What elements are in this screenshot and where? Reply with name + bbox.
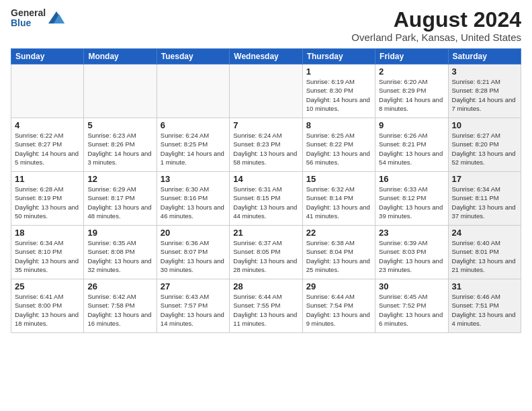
day-number: 22 [306,228,371,238]
day-number: 12 [87,174,152,184]
table-row: 30Sunrise: 6:45 AM Sunset: 7:52 PM Dayli… [375,279,448,333]
week-row-4: 18Sunrise: 6:34 AM Sunset: 8:10 PM Dayli… [11,226,521,279]
table-row: 28Sunrise: 6:44 AM Sunset: 7:55 PM Dayli… [230,279,302,333]
day-number: 8 [306,120,371,130]
day-number: 27 [161,281,226,291]
logo-blue: Blue [11,18,46,28]
table-row: 19Sunrise: 6:35 AM Sunset: 8:08 PM Dayli… [84,226,157,279]
day-number: 25 [15,281,80,291]
col-monday: Monday [84,49,157,64]
day-info: Sunrise: 6:29 AM Sunset: 8:17 PM Dayligh… [87,185,152,220]
day-info: Sunrise: 6:26 AM Sunset: 8:21 PM Dayligh… [379,131,444,167]
table-row: 9Sunrise: 6:26 AM Sunset: 8:21 PM Daylig… [375,118,448,172]
header: General Blue August 2024 Overland Park, … [11,8,521,43]
col-wednesday: Wednesday [230,49,302,64]
table-row: 1Sunrise: 6:19 AM Sunset: 8:30 PM Daylig… [302,64,375,118]
week-row-2: 4Sunrise: 6:22 AM Sunset: 8:27 PM Daylig… [11,118,521,172]
table-row [230,64,302,118]
day-number: 16 [379,174,444,184]
table-row: 29Sunrise: 6:44 AM Sunset: 7:54 PM Dayli… [302,279,375,333]
table-row: 3Sunrise: 6:21 AM Sunset: 8:28 PM Daylig… [448,64,521,118]
day-info: Sunrise: 6:25 AM Sunset: 8:22 PM Dayligh… [306,131,371,167]
day-info: Sunrise: 6:46 AM Sunset: 7:51 PM Dayligh… [452,292,517,328]
day-number: 17 [452,174,517,184]
week-row-5: 25Sunrise: 6:41 AM Sunset: 8:00 PM Dayli… [11,279,521,333]
day-info: Sunrise: 6:28 AM Sunset: 8:19 PM Dayligh… [15,185,80,220]
table-row: 4Sunrise: 6:22 AM Sunset: 8:27 PM Daylig… [11,118,84,172]
day-info: Sunrise: 6:23 AM Sunset: 8:26 PM Dayligh… [87,131,152,167]
day-info: Sunrise: 6:33 AM Sunset: 8:12 PM Dayligh… [379,185,444,220]
table-row [11,64,84,118]
table-row: 26Sunrise: 6:42 AM Sunset: 7:58 PM Dayli… [84,279,157,333]
table-row: 24Sunrise: 6:40 AM Sunset: 8:01 PM Dayli… [448,226,521,279]
col-tuesday: Tuesday [157,49,229,64]
table-row: 11Sunrise: 6:28 AM Sunset: 8:19 PM Dayli… [11,172,84,226]
week-row-1: 1Sunrise: 6:19 AM Sunset: 8:30 PM Daylig… [11,64,521,118]
day-number: 29 [306,281,371,291]
title-block: August 2024 Overland Park, Kansas, Unite… [351,8,521,43]
col-sunday: Sunday [11,49,84,64]
calendar: Sunday Monday Tuesday Wednesday Thursday… [11,48,521,333]
day-info: Sunrise: 6:27 AM Sunset: 8:20 PM Dayligh… [452,131,517,167]
calendar-header-row: Sunday Monday Tuesday Wednesday Thursday… [11,49,521,64]
table-row: 10Sunrise: 6:27 AM Sunset: 8:20 PM Dayli… [448,118,521,172]
day-number: 23 [379,228,444,238]
table-row [157,64,229,118]
table-row: 12Sunrise: 6:29 AM Sunset: 8:17 PM Dayli… [84,172,157,226]
day-info: Sunrise: 6:37 AM Sunset: 8:05 PM Dayligh… [233,238,298,274]
table-row: 17Sunrise: 6:34 AM Sunset: 8:11 PM Dayli… [448,172,521,226]
day-info: Sunrise: 6:41 AM Sunset: 8:00 PM Dayligh… [15,292,80,328]
day-info: Sunrise: 6:39 AM Sunset: 8:03 PM Dayligh… [379,238,444,274]
table-row: 27Sunrise: 6:43 AM Sunset: 7:57 PM Dayli… [157,279,229,333]
day-info: Sunrise: 6:40 AM Sunset: 8:01 PM Dayligh… [452,238,517,274]
day-info: Sunrise: 6:44 AM Sunset: 7:55 PM Dayligh… [233,292,298,328]
table-row [84,64,157,118]
day-number: 10 [452,120,517,130]
page: General Blue August 2024 Overland Park, … [0,0,532,411]
day-info: Sunrise: 6:32 AM Sunset: 8:14 PM Dayligh… [306,185,371,220]
table-row: 18Sunrise: 6:34 AM Sunset: 8:10 PM Dayli… [11,226,84,279]
week-row-3: 11Sunrise: 6:28 AM Sunset: 8:19 PM Dayli… [11,172,521,226]
col-thursday: Thursday [302,49,375,64]
day-info: Sunrise: 6:42 AM Sunset: 7:58 PM Dayligh… [87,292,152,328]
day-number: 9 [379,120,444,130]
table-row: 7Sunrise: 6:24 AM Sunset: 8:23 PM Daylig… [230,118,302,172]
col-friday: Friday [375,49,448,64]
day-info: Sunrise: 6:22 AM Sunset: 8:27 PM Dayligh… [15,131,80,167]
day-number: 1 [306,66,371,77]
day-number: 20 [161,228,226,238]
day-info: Sunrise: 6:20 AM Sunset: 8:29 PM Dayligh… [379,77,444,113]
day-number: 15 [306,174,371,184]
table-row: 22Sunrise: 6:38 AM Sunset: 8:04 PM Dayli… [302,226,375,279]
day-number: 31 [452,281,517,291]
logo-text: General Blue [11,8,46,29]
table-row: 5Sunrise: 6:23 AM Sunset: 8:26 PM Daylig… [84,118,157,172]
table-row: 16Sunrise: 6:33 AM Sunset: 8:12 PM Dayli… [375,172,448,226]
day-number: 24 [452,228,517,238]
day-number: 28 [233,281,298,291]
logo-icon [47,9,66,28]
table-row: 8Sunrise: 6:25 AM Sunset: 8:22 PM Daylig… [302,118,375,172]
table-row: 23Sunrise: 6:39 AM Sunset: 8:03 PM Dayli… [375,226,448,279]
day-number: 3 [452,66,517,77]
day-number: 19 [87,228,152,238]
logo-general: General [11,8,46,18]
day-number: 18 [15,228,80,238]
day-info: Sunrise: 6:38 AM Sunset: 8:04 PM Dayligh… [306,238,371,274]
day-info: Sunrise: 6:35 AM Sunset: 8:08 PM Dayligh… [87,238,152,274]
day-number: 14 [233,174,298,184]
table-row: 14Sunrise: 6:31 AM Sunset: 8:15 PM Dayli… [230,172,302,226]
day-number: 5 [87,120,152,130]
day-number: 13 [161,174,226,184]
sub-title: Overland Park, Kansas, United States [351,32,521,43]
day-number: 7 [233,120,298,130]
table-row: 13Sunrise: 6:30 AM Sunset: 8:16 PM Dayli… [157,172,229,226]
day-number: 30 [379,281,444,291]
main-title: August 2024 [351,8,521,32]
day-number: 4 [15,120,80,130]
day-info: Sunrise: 6:24 AM Sunset: 8:25 PM Dayligh… [161,131,226,167]
table-row: 31Sunrise: 6:46 AM Sunset: 7:51 PM Dayli… [448,279,521,333]
day-info: Sunrise: 6:45 AM Sunset: 7:52 PM Dayligh… [379,292,444,328]
table-row: 6Sunrise: 6:24 AM Sunset: 8:25 PM Daylig… [157,118,229,172]
table-row: 2Sunrise: 6:20 AM Sunset: 8:29 PM Daylig… [375,64,448,118]
